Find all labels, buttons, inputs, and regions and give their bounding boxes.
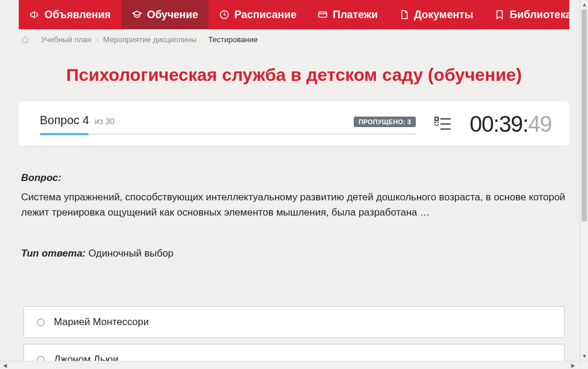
home-icon[interactable] [21, 36, 29, 44]
document-icon [399, 9, 409, 20]
top-nav: Объявления Обучение Расписание Платежи Д… [19, 0, 569, 29]
nav-label: Расписание [234, 9, 296, 21]
breadcrumb-separator-icon: › [96, 36, 98, 44]
nav-item-payments[interactable]: Платежи [307, 0, 388, 29]
question-body: Вопрос: Система упражнений, способствующ… [19, 145, 569, 277]
scroll-thumb[interactable] [582, 9, 587, 221]
answer-radio[interactable] [37, 319, 45, 326]
nav-label: Библиотека [510, 9, 572, 21]
svg-rect-2 [435, 117, 438, 120]
horizontal-scrollbar[interactable]: ◀ ▶ [0, 361, 577, 369]
svg-rect-3 [435, 122, 438, 125]
question-heading-label: Вопрос: [21, 172, 567, 184]
nav-label: Платежи [333, 9, 378, 21]
answer-option[interactable]: Марией Монтессори [23, 306, 565, 338]
nav-item-documents[interactable]: Документы [388, 0, 484, 29]
megaphone-icon [29, 9, 40, 20]
nav-item-learning[interactable]: Обучение [121, 0, 208, 29]
svg-rect-1 [319, 12, 327, 18]
nav-label: Обучение [147, 9, 198, 21]
nav-label: Документы [414, 9, 473, 21]
breadcrumb-link[interactable]: Мероприятие дисциплины [103, 35, 197, 44]
scroll-left-arrow-icon[interactable]: ◀ [0, 361, 9, 370]
question-text: Система упражнений, способствующих интел… [21, 190, 567, 220]
breadcrumb: › Учебный план › Мероприятие дисциплины … [19, 29, 569, 51]
countdown-timer: 00:39:49 [470, 112, 552, 137]
question-progress: Вопрос 4 из 30 ПРОПУЩЕНО: 3 [40, 114, 416, 135]
card-icon [317, 9, 328, 20]
breadcrumb-separator-icon: › [201, 36, 204, 44]
answer-option-label: Марией Монтессори [54, 316, 149, 328]
skipped-badge: ПРОПУЩЕНО: 3 [354, 117, 416, 127]
bookmark-icon [494, 9, 505, 20]
breadcrumb-link[interactable]: Учебный план [41, 35, 91, 44]
progress-bar-fill [40, 133, 88, 135]
answer-type-line: Тип ответа: Одиночный выбор [21, 248, 567, 259]
vertical-scrollbar[interactable]: ▲ ▼ [580, 0, 588, 361]
answer-type-value: Одиночный выбор [88, 248, 173, 259]
answer-type-label: Тип ответа: [21, 248, 86, 259]
scroll-corner [580, 361, 588, 369]
nav-label: Объявления [45, 9, 111, 21]
graduation-cap-icon [132, 9, 142, 20]
page-title: Психологическая служба в детском саду (о… [19, 65, 569, 85]
nav-item-announcements[interactable]: Объявления [19, 0, 121, 29]
scroll-down-arrow-icon[interactable]: ▼ [580, 351, 588, 361]
progress-bar [40, 133, 416, 135]
clock-icon [219, 9, 230, 20]
nav-item-schedule[interactable]: Расписание [208, 0, 307, 29]
list-icon [433, 114, 452, 133]
question-status-panel: Вопрос 4 из 30 ПРОПУЩЕНО: 3 00:39:49 [19, 101, 569, 145]
scroll-right-arrow-icon[interactable]: ▶ [568, 361, 577, 370]
question-number-label: Вопрос 4 из 30 [40, 114, 115, 127]
scroll-track[interactable] [9, 363, 568, 368]
question-list-button[interactable] [433, 114, 452, 135]
nav-item-library[interactable]: Библиотека [484, 0, 588, 29]
scroll-up-arrow-icon[interactable]: ▲ [580, 0, 588, 9]
scroll-track[interactable] [580, 9, 588, 351]
answer-options: Марией Монтессори Джоном Дьюи [19, 277, 569, 369]
breadcrumb-separator-icon: › [34, 36, 36, 44]
breadcrumb-current: Тестирование [208, 35, 258, 44]
